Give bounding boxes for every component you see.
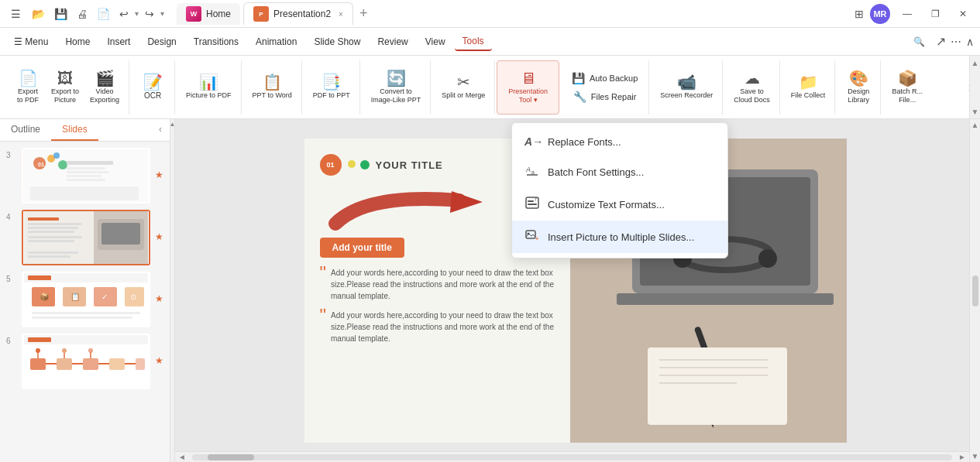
menu-home[interactable]: Home (57, 33, 98, 50)
insert-picture-multiple-item[interactable]: + Insert Picture to Multiple Slides... (512, 221, 727, 253)
svg-rect-77 (528, 204, 537, 205)
svg-rect-19 (28, 227, 78, 229)
batch-font-settings-item[interactable]: A a Batch Font Settings... (512, 156, 727, 188)
save-icon[interactable]: 💾 (51, 8, 70, 20)
minimize-button[interactable]: — (896, 3, 918, 25)
slide-item-3[interactable]: 3 01 (6, 148, 163, 204)
ribbon-scroll-down[interactable]: ▼ (971, 108, 979, 116)
convert-imagelike-button[interactable]: 🔄 Convert toImage-Like PPT (366, 67, 426, 108)
slide-number-circle: 01 (320, 154, 342, 176)
svg-rect-41 (30, 358, 46, 370)
design-library-icon: 🎨 (849, 70, 868, 86)
ribbon-group-ppt-word: 📋 PPT to Word (243, 60, 302, 115)
ribbon-group-export: 📄 Exportto PDF 🖼 Export toPicture 🎬 Vide… (6, 60, 129, 115)
split-or-merge-button[interactable]: ✂ Split or Merge (437, 71, 490, 103)
outline-tab[interactable]: Outline (0, 119, 51, 141)
quote-text-2: Add your words here,according to your ne… (331, 310, 554, 344)
menu-review[interactable]: Review (370, 33, 415, 50)
auto-backup-icon: 💾 (572, 72, 585, 84)
ribbon-group-screen-recorder: 📹 Screen Recorder (651, 60, 723, 115)
pdf-ppt-label: PDF to PPT (313, 91, 350, 100)
menu-tools[interactable]: Tools (455, 33, 492, 51)
menu-hamburger[interactable]: ☰ Menu (6, 33, 56, 50)
svg-rect-11 (30, 187, 139, 200)
user-avatar[interactable]: MR (870, 4, 890, 24)
new-tab-button[interactable]: + (359, 5, 368, 22)
slide-star-6[interactable]: ★ (155, 334, 163, 366)
svg-text:📋: 📋 (70, 292, 81, 302)
menu-slideshow[interactable]: Slide Show (306, 33, 368, 50)
replace-fonts-item[interactable]: A→ Replace Fonts... (512, 128, 727, 156)
menu-icon[interactable]: ☰ (6, 8, 26, 20)
svg-rect-45 (83, 358, 98, 370)
batch-button[interactable]: 📦 Batch R...File... (887, 67, 927, 108)
color-dots (348, 160, 370, 169)
menu-animation[interactable]: Animation (248, 33, 304, 50)
collapse-ribbon-icon[interactable]: ∧ (966, 36, 974, 48)
slide-thumb-inner-5: 📦 📋 ✓ ⊙ (23, 273, 149, 327)
close-window-button[interactable]: ✕ (952, 3, 974, 25)
customize-text-formats-item[interactable]: T Customize Text Formats... (512, 188, 727, 221)
export-picture-icon: 🖼 (57, 70, 73, 86)
svg-text:A: A (525, 166, 531, 173)
design-library-label: DesignLibrary (848, 87, 869, 104)
design-library-button[interactable]: 🎨 DesignLibrary (841, 67, 875, 108)
slide-item-6[interactable]: 6 (6, 334, 163, 389)
ocr-icon: 📝 (143, 74, 163, 90)
file-collect-button[interactable]: 📁 File Collect (786, 71, 830, 103)
print-icon[interactable]: 🖨 (74, 8, 91, 20)
picture-pdf-icon: 📊 (199, 74, 218, 90)
slides-tab[interactable]: Slides (51, 119, 98, 141)
undo-dropdown-icon[interactable]: ▾ (135, 9, 139, 18)
export-to-pdf-button[interactable]: 📄 Exportto PDF (11, 67, 45, 108)
redo-icon[interactable]: ↪ (142, 8, 157, 20)
ocr-button[interactable]: 📝 OCR (136, 71, 170, 103)
files-repair-button[interactable]: 🔧 Files Repair (567, 88, 643, 105)
screen-recorder-button[interactable]: 📹 Screen Recorder (655, 71, 717, 103)
scroll-down-btn[interactable]: ▼ (971, 452, 979, 460)
search-button[interactable]: 🔍 (910, 33, 928, 51)
slide-star-3[interactable]: ★ (155, 148, 163, 180)
tab-close-button[interactable]: × (339, 10, 343, 19)
open-icon[interactable]: 📂 (29, 8, 48, 20)
scroll-thumb[interactable] (972, 275, 978, 306)
monitor-icon[interactable]: ⊞ (854, 8, 864, 20)
scroll-up-arrow[interactable]: ▲ (170, 121, 175, 128)
ocr-label: OCR (144, 91, 161, 100)
share-icon[interactable]: ↗ (936, 34, 946, 49)
scroll-left-btn[interactable]: ◄ (175, 453, 189, 461)
slide-title-text: YOUR TITLE (376, 159, 443, 171)
add-title-button[interactable]: Add your title (320, 238, 404, 258)
menu-design[interactable]: Design (139, 33, 184, 50)
quick-access-more-icon[interactable]: ▾ (160, 9, 164, 18)
ppt-to-word-button[interactable]: 📋 PPT to Word (248, 71, 297, 103)
slide-panel-close-button[interactable]: ‹ (151, 119, 170, 141)
undo-icon[interactable]: ↩ (116, 8, 132, 20)
maximize-button[interactable]: ❐ (924, 3, 946, 25)
menu-insert[interactable]: Insert (99, 33, 138, 50)
h-scroll-thumb[interactable] (208, 454, 254, 460)
save-cloud-button[interactable]: ☁ Save toCloud Docs (729, 67, 775, 108)
slide-item-5[interactable]: 5 📦 📋 (6, 272, 163, 327)
ribbon-group-ocr: 📝 OCR (131, 60, 175, 115)
presentation-tab[interactable]: P Presentation2 × (243, 2, 353, 25)
auto-backup-button[interactable]: 💾 Auto Backup (566, 70, 644, 87)
slide-star-5[interactable]: ★ (155, 272, 163, 304)
ribbon-group-pdf-ppt: 📑 PDF to PPT (304, 60, 360, 115)
video-export-icon: 🎬 (95, 70, 115, 86)
menu-transitions[interactable]: Transitions (186, 33, 246, 50)
ribbon-scroll-up[interactable]: ▲ (971, 59, 979, 67)
picture-to-pdf-button[interactable]: 📊 Picture to PDF (181, 71, 236, 103)
menu-view[interactable]: View (418, 33, 453, 50)
presentation-tool-button[interactable]: 🖥 PresentationTool ▾ (504, 67, 552, 108)
scroll-right-btn[interactable]: ► (955, 453, 969, 461)
export-to-picture-button[interactable]: 🖼 Export toPicture (46, 67, 84, 108)
slide-item-4[interactable]: 4 (6, 210, 163, 265)
more-menu-icon[interactable]: ⋯ (951, 36, 961, 48)
slide-star-4[interactable]: ★ (155, 210, 163, 242)
video-exporting-button[interactable]: 🎬 VideoExporting (85, 67, 124, 108)
home-tab[interactable]: W Home (177, 3, 240, 25)
scroll-up-btn[interactable]: ▲ (971, 121, 979, 129)
pdf-to-ppt-button[interactable]: 📑 PDF to PPT (308, 71, 355, 103)
pdf-icon[interactable]: 📄 (94, 8, 113, 20)
